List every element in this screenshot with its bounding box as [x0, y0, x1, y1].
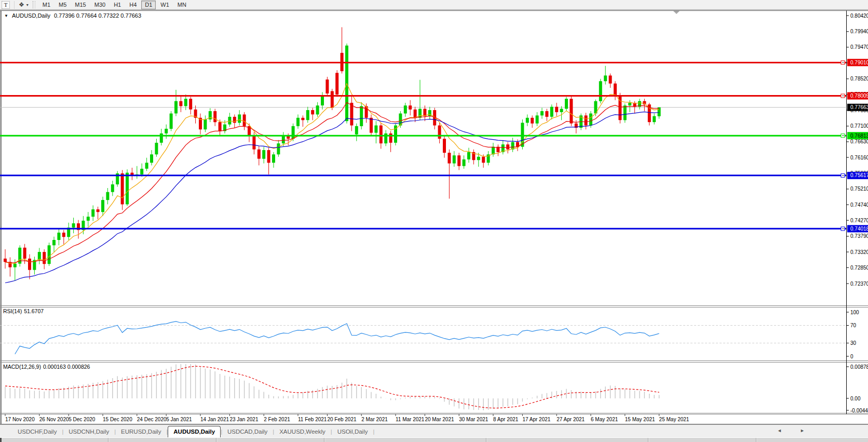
- candle-body: [565, 99, 568, 109]
- candle-body: [555, 107, 558, 112]
- date-label: 15 May 2021: [625, 417, 655, 422]
- bottom-tab-usdchf[interactable]: USDCHF,Daily: [12, 426, 62, 437]
- candle-body: [4, 259, 7, 262]
- candle-body: [233, 117, 236, 123]
- date-label: 14 Jan 2021: [200, 417, 229, 422]
- candle-body: [155, 143, 158, 154]
- candle-body: [272, 154, 275, 163]
- price-tick-label: 0.72850: [850, 265, 868, 271]
- status-divider: [486, 438, 487, 442]
- candle-body: [457, 155, 460, 166]
- bottom-tab-audusd[interactable]: AUDUSD,Daily: [168, 426, 221, 438]
- candle-body: [599, 81, 602, 101]
- tabs-scroll-left-icon[interactable]: ◄: [777, 428, 782, 433]
- date-label: 15 Dec 2020: [103, 417, 132, 422]
- candle-body: [296, 118, 300, 126]
- ohlc-values: 0.77396 0.77664 0.77322 0.77663: [54, 12, 141, 19]
- candle-body: [262, 150, 265, 159]
- candle-body: [331, 91, 334, 108]
- candle-body: [184, 99, 187, 106]
- line-handle-dot: [843, 175, 844, 176]
- candle-body: [628, 103, 631, 105]
- price-tick-label: 0.76630: [850, 139, 868, 144]
- price-badge-label: 0.76813: [850, 133, 868, 139]
- candle-body: [301, 118, 304, 120]
- candle-body: [145, 163, 148, 169]
- collapse-triangle-icon[interactable]: ▼: [4, 14, 8, 18]
- candle-body: [321, 96, 324, 105]
- price-tick-label: 0.73790: [850, 233, 868, 239]
- macd-tick-label: 0.008782: [850, 364, 868, 370]
- candle-body: [609, 75, 612, 83]
- candle-body: [585, 115, 588, 125]
- symbol-label: AUDUSD,Daily: [12, 12, 50, 19]
- date-label: 26 Nov 2020: [39, 417, 69, 422]
- rsi-tick-label: 30: [850, 340, 857, 346]
- candle-body: [13, 264, 17, 267]
- macd-values: 0.000163 0.000826: [43, 364, 90, 370]
- candle-body: [219, 122, 222, 131]
- tabs-scroll-right-icon[interactable]: ►: [800, 428, 805, 433]
- candle-body: [589, 114, 592, 126]
- candle-body: [121, 173, 124, 205]
- candle-body: [453, 155, 456, 163]
- candle-body: [28, 259, 31, 270]
- candle-body: [23, 248, 26, 259]
- tab-separator: |: [373, 428, 374, 437]
- line-handle-dot: [843, 229, 844, 230]
- candle-body: [111, 184, 114, 192]
- candle-body: [355, 126, 358, 135]
- chart-title: ▼ AUDUSD,Daily 0.77396 0.77664 0.77322 0…: [4, 12, 141, 19]
- candle-body: [170, 114, 173, 129]
- macd-label: MACD(12,26,9): [3, 364, 41, 370]
- candle-body: [306, 110, 309, 120]
- price-tick-label: 0.75210: [850, 186, 868, 192]
- date-label: 6 May 2021: [591, 417, 618, 422]
- candle-body: [409, 105, 412, 110]
- bottom-tab-eurusd[interactable]: EURUSD,Daily: [116, 426, 166, 437]
- bottom-tab-usdcad[interactable]: USDCAD,Daily: [222, 426, 273, 437]
- rsi-tick-label: 0: [850, 354, 853, 359]
- candle-body: [243, 114, 246, 126]
- bottom-tab-xauusd[interactable]: XAUUSD,Weekly: [274, 426, 331, 437]
- status-divider: [648, 438, 649, 442]
- rsi-value: 51.6707: [24, 308, 44, 314]
- candle-body: [604, 75, 607, 81]
- candle-body: [57, 233, 60, 240]
- macd-tick-label: -0.004451: [850, 408, 868, 413]
- candle-body: [482, 157, 485, 163]
- candle-body: [72, 223, 75, 227]
- status-grip: [0, 438, 2, 442]
- candle-body: [91, 209, 94, 217]
- status-divider: [324, 438, 325, 442]
- rsi-tick-label: 70: [850, 323, 857, 328]
- candle-body: [414, 110, 417, 118]
- candle-body: [165, 129, 168, 133]
- candle-body: [379, 126, 383, 144]
- candle-body: [350, 103, 353, 126]
- date-label: 5 Jan 2021: [166, 417, 192, 422]
- date-label: 23 Jan 2021: [229, 417, 258, 422]
- candle-body: [101, 200, 104, 212]
- candle-body: [467, 152, 470, 159]
- macd-tick-label: 0.00: [850, 396, 861, 401]
- candle-body: [287, 136, 290, 139]
- bottom-tab-usdcnh[interactable]: USDCNH,Daily: [63, 426, 114, 437]
- candle-body: [506, 144, 509, 150]
- rsi-label: RSI(14): [3, 308, 22, 314]
- candle-body: [463, 159, 466, 166]
- candle-body: [560, 109, 563, 112]
- candle-body: [179, 101, 182, 106]
- price-tick-label: 0.73320: [850, 249, 868, 255]
- candle-body: [311, 110, 314, 114]
- candle-body: [238, 114, 241, 123]
- candle-body: [526, 118, 529, 123]
- candle-body: [43, 252, 46, 264]
- price-tick-label: 0.79470: [850, 44, 868, 50]
- candle-body: [140, 169, 143, 175]
- line-handle-dot: [843, 135, 844, 136]
- chart-canvas[interactable]: 0.804200.799400.794700.790000.785200.780…: [0, 0, 868, 442]
- bottom-tab-usoil[interactable]: USOil,Daily: [332, 426, 373, 437]
- status-divider: [108, 438, 109, 442]
- price-tick-label: 0.74270: [850, 218, 868, 223]
